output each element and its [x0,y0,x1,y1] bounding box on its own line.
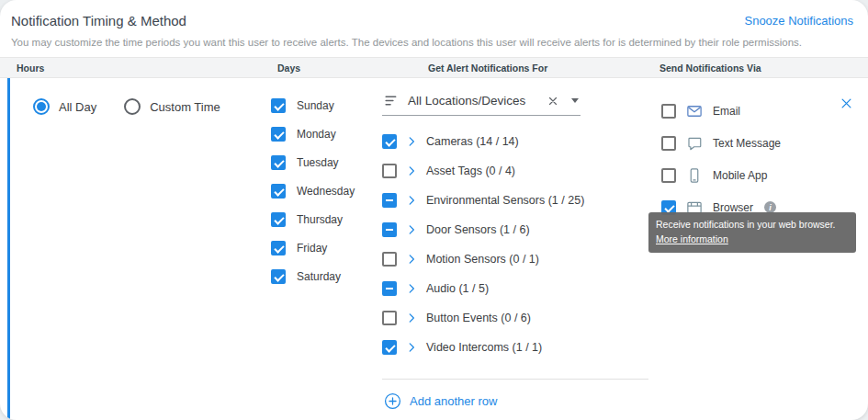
day-label: Monday [297,128,336,141]
checkbox[interactable] [271,127,286,142]
hours-column: All Day Custom Time [10,91,271,420]
checkbox[interactable] [271,184,286,199]
day-row[interactable]: Tuesday [271,148,378,176]
topbar: Notification Timing & Method Snooze Noti… [0,0,868,28]
checkbox[interactable] [382,311,397,325]
day-label: Wednesday [297,185,355,198]
email-icon [685,103,704,119]
chevron-right-icon[interactable] [405,135,418,148]
device-label: Button Events (0 / 6) [426,312,531,324]
checkbox[interactable] [661,136,676,151]
page-title: Notification Timing & Method [11,13,186,28]
via-method-row[interactable]: Email [661,95,868,127]
device-row[interactable]: Video Intercoms (1 / 1) [382,333,654,362]
day-label: Sunday [297,99,334,112]
device-row[interactable]: Door Sensors (1 / 6) [382,215,654,244]
checkbox[interactable] [271,212,286,227]
day-label: Saturday [297,270,341,283]
add-another-row-label: Add another row [410,394,497,408]
close-icon[interactable] [840,96,853,110]
checkbox[interactable] [271,241,286,255]
radio-button[interactable] [33,98,50,115]
checkbox[interactable] [382,340,397,355]
text-message-icon [685,135,704,152]
day-row[interactable]: Saturday [271,262,378,290]
device-label: Video Intercoms (1 / 1) [426,341,542,354]
checkbox[interactable] [661,104,676,119]
page-subtitle: You may customize the time periods you w… [0,28,868,57]
column-header-via: Send Notifications Via [654,62,868,74]
device-label: Motion Sensors (0 / 1) [426,253,539,266]
device-label: Cameras (14 / 14) [426,135,519,148]
checkbox[interactable] [271,269,286,284]
chevron-right-icon[interactable] [405,312,418,324]
device-row[interactable]: Audio (1 / 5) [382,274,654,303]
day-row[interactable]: Wednesday [271,176,378,205]
device-row[interactable]: Button Events (0 / 6) [382,303,654,333]
checkbox[interactable] [382,281,397,296]
via-method-label: Mobile App [713,169,767,182]
filter-select-value: All Locations/Devices [408,94,538,108]
checkbox[interactable] [271,98,286,113]
device-row[interactable]: Asset Tags (0 / 4) [382,156,654,186]
via-method-label: Email [713,105,740,118]
day-row[interactable]: Thursday [271,205,378,233]
custom-time-option[interactable]: Custom Time [124,98,220,115]
caret-down-icon[interactable] [571,98,579,103]
checkbox[interactable] [661,168,676,183]
chevron-right-icon[interactable] [405,341,418,354]
radio-label: All Day [59,100,96,114]
plus-circle-icon [384,392,401,410]
tooltip-text: Receive notifications in your web browse… [656,218,849,233]
via-method-label: Text Message [713,137,781,150]
notification-settings-card: Notification Timing & Method Snooze Noti… [0,0,868,420]
day-label: Thursday [297,213,343,226]
via-method-row[interactable]: Text Message [661,127,868,159]
checkbox[interactable] [382,252,397,267]
table-header: Hours Days Get Alert Notifications For S… [0,57,868,78]
divider [382,379,648,380]
device-label: Asset Tags (0 / 4) [426,165,515,177]
device-label: Door Sensors (1 / 6) [426,223,530,236]
device-row[interactable]: Cameras (14 / 14) [382,127,654,156]
snooze-notifications-link[interactable]: Snooze Notifications [744,14,853,28]
chevron-right-icon[interactable] [405,253,418,266]
checkbox[interactable] [271,155,286,170]
more-information-link[interactable]: More information [656,233,728,247]
add-another-row-button[interactable]: Add another row [382,390,654,412]
checkbox[interactable] [382,222,397,237]
locations-filter-select[interactable]: All Locations/Devices [382,91,581,116]
column-header-alerts: Get Alert Notifications For [378,62,654,74]
device-label: Environmental Sensors (1 / 25) [426,194,584,207]
day-row[interactable]: Friday [271,233,378,262]
device-row[interactable]: Environmental Sensors (1 / 25) [382,186,654,215]
checkbox[interactable] [382,164,397,178]
chevron-right-icon[interactable] [405,223,418,236]
browser-tooltip: Receive notifications in your web browse… [648,212,856,253]
day-label: Tuesday [297,156,339,169]
all-day-option[interactable]: All Day [33,98,96,115]
chevron-right-icon[interactable] [405,194,418,207]
device-list: Cameras (14 / 14) Asset Tags (0 / 4) Env… [382,127,654,362]
day-label: Friday [297,242,327,255]
device-row[interactable]: Motion Sensors (0 / 1) [382,244,654,274]
column-header-days: Days [271,62,378,74]
alerts-column: All Locations/Devices Cameras (14 / 14) … [378,91,654,420]
notification-rule-row: All Day Custom Time Sunday Monday Tuesda… [7,78,868,420]
filter-icon [384,93,400,108]
via-method-row[interactable]: Mobile App [661,159,868,191]
days-column: Sunday Monday Tuesday Wednesday Thursday… [271,91,378,420]
checkbox[interactable] [382,134,397,149]
column-header-hours: Hours [0,62,271,74]
radio-label: Custom Time [150,100,220,114]
checkbox[interactable] [382,193,397,208]
mobile-app-icon [685,167,704,184]
device-label: Audio (1 / 5) [426,282,489,295]
clear-icon[interactable] [547,95,559,108]
day-row[interactable]: Monday [271,119,378,148]
chevron-right-icon[interactable] [405,282,418,295]
chevron-right-icon[interactable] [405,165,418,177]
via-column: Email Text Message Mobile App [654,91,868,420]
radio-button[interactable] [124,98,141,115]
day-row[interactable]: Sunday [271,91,378,119]
